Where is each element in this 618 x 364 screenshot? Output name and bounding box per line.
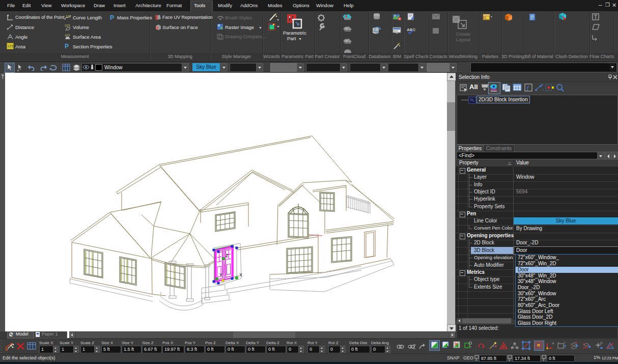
svg-text:Y: Y [219,272,222,277]
svg-text:123: 123 [66,15,71,18]
svg-text:123: 123 [65,34,70,37]
svg-text:123: 123 [65,24,70,27]
svg-text:ABC: ABC [407,27,415,32]
svg-text:Z: Z [226,253,229,258]
svg-text:T: T [594,14,597,20]
svg-text:x: x [475,358,477,361]
svg-text:y: y [509,358,511,361]
svg-text:X: X [239,272,242,277]
svg-text:f: f [527,85,529,91]
svg-text:z: z [543,358,545,361]
